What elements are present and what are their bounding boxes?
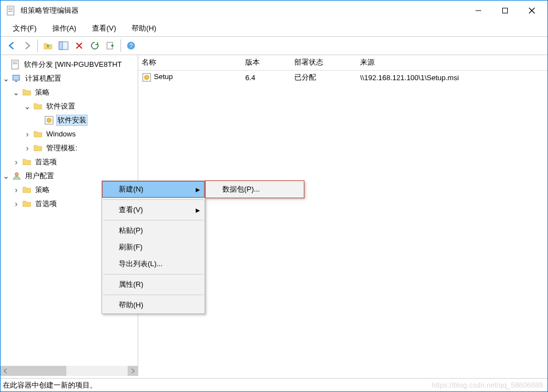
tree-admin-templates[interactable]: › 管理模板: — [1, 141, 138, 155]
menu-separator — [103, 199, 203, 200]
export-list-icon[interactable] — [103, 38, 118, 53]
list-row[interactable]: Setup 6.4 已分配 \\192.168.121.100\1\Setup.… — [138, 71, 547, 84]
menu-item-help[interactable]: 帮助(H) — [102, 297, 205, 313]
submenu-arrow-icon: ▶ — [196, 187, 200, 193]
menu-item-label: 数据包(P)... — [222, 184, 260, 194]
menu-separator — [103, 220, 203, 220]
title-bar: 组策略管理编辑器 — [1, 1, 547, 21]
cell-state: 已分配 — [291, 72, 357, 82]
help-icon[interactable]: ? — [124, 38, 138, 53]
collapse-icon[interactable]: ⌄ — [23, 102, 32, 110]
column-source[interactable]: 来源 — [357, 55, 547, 70]
menu-item-label: 帮助(H) — [119, 300, 143, 310]
cell-version: 6.4 — [242, 74, 291, 82]
scrollbar-track[interactable] — [66, 366, 128, 376]
tree-label: 首选项 — [35, 199, 57, 208]
context-menu: 新建(N) ▶ 查看(V) ▶ 粘贴(P) 刷新(F) 导出列表(L)... 属… — [101, 180, 205, 314]
main-content: 软件分发 [WIN-PGUBVE8THT ⌄ 计算机配置 ⌄ 策略 ⌄ 软件设置… — [1, 55, 547, 376]
menu-item-properties[interactable]: 属性(R) — [102, 276, 205, 293]
folder-icon — [22, 199, 32, 209]
menu-help[interactable]: 帮助(H) — [124, 21, 164, 36]
submenu-arrow-icon: ▶ — [196, 207, 200, 213]
tree-label: 软件分发 [WIN-PGUBVE8THT — [24, 60, 122, 68]
back-button[interactable] — [4, 38, 19, 53]
tree-computer-config[interactable]: ⌄ 计算机配置 — [1, 71, 138, 85]
maximize-button[interactable] — [492, 2, 518, 19]
tree-label: 用户配置 — [25, 171, 54, 180]
menu-item-label: 查看(V) — [119, 205, 143, 215]
expand-icon[interactable]: › — [12, 186, 21, 194]
refresh-icon[interactable] — [88, 38, 102, 53]
svg-rect-15 — [12, 60, 18, 69]
svg-rect-5 — [503, 8, 508, 13]
tree-preferences[interactable]: › 首选项 — [1, 155, 138, 169]
menu-separator — [103, 274, 203, 275]
menu-separator — [103, 295, 203, 295]
tree-label: 软件设置 — [46, 102, 75, 110]
window-title: 组策略管理编辑器 — [21, 6, 465, 16]
menu-item-paste[interactable]: 粘贴(P) — [102, 222, 205, 239]
user-icon — [12, 171, 22, 181]
toolbar-separator — [120, 40, 121, 52]
window-controls — [465, 2, 545, 19]
context-submenu: 数据包(P)... — [205, 180, 304, 198]
menu-file[interactable]: 文件(F) — [5, 21, 45, 36]
installer-icon — [44, 115, 54, 125]
menu-item-refresh[interactable]: 刷新(F) — [102, 239, 205, 256]
collapse-icon[interactable]: ⌄ — [12, 89, 21, 96]
up-folder-icon[interactable] — [41, 38, 55, 53]
close-button[interactable] — [518, 2, 545, 19]
folder-icon — [22, 157, 32, 167]
menu-item-label: 属性(R) — [119, 280, 143, 290]
folder-icon — [33, 143, 43, 153]
app-icon — [6, 6, 16, 16]
scrollbar-thumb[interactable] — [11, 366, 66, 376]
svg-rect-16 — [13, 62, 17, 62]
expand-icon[interactable]: › — [12, 200, 21, 208]
show-hide-tree-icon[interactable] — [56, 38, 71, 53]
delete-icon[interactable] — [72, 38, 86, 53]
menu-item-package[interactable]: 数据包(P)... — [206, 181, 304, 198]
menu-item-export-list[interactable]: 导出列表(L)... — [102, 256, 205, 272]
tree-software-install[interactable]: 软件安装 — [1, 113, 138, 127]
tree-label: 策略 — [35, 185, 50, 194]
tree-policies[interactable]: ⌄ 策略 — [1, 85, 138, 99]
menu-item-view[interactable]: 查看(V) ▶ — [102, 202, 205, 218]
policy-icon — [11, 60, 21, 70]
horizontal-scrollbar[interactable] — [1, 366, 138, 376]
forward-button[interactable] — [20, 38, 35, 53]
tree-label: 首选项 — [35, 158, 57, 166]
collapse-icon[interactable]: ⌄ — [2, 172, 11, 180]
tree-label: Windows — [46, 130, 76, 138]
expand-icon[interactable]: › — [23, 130, 32, 138]
svg-point-22 — [15, 173, 18, 176]
watermark: https://blog.csdn.net/qq_58606689 — [432, 381, 544, 389]
tree-label: 策略 — [35, 88, 50, 96]
tree-windows-settings[interactable]: › Windows — [1, 127, 138, 141]
installer-icon — [142, 72, 152, 82]
column-name[interactable]: 名称 — [138, 55, 242, 70]
menu-view[interactable]: 查看(V) — [84, 21, 124, 36]
tree-root[interactable]: 软件分发 [WIN-PGUBVE8THT — [1, 57, 138, 71]
tree-software-settings[interactable]: ⌄ 软件设置 — [1, 99, 138, 113]
expand-icon[interactable]: › — [12, 158, 21, 166]
minimize-button[interactable] — [465, 2, 492, 19]
column-state[interactable]: 部署状态 — [291, 55, 357, 70]
column-version[interactable]: 版本 — [242, 55, 291, 70]
menu-item-new[interactable]: 新建(N) ▶ — [102, 181, 205, 198]
menu-action[interactable]: 操作(A) — [45, 21, 84, 36]
folder-icon — [22, 185, 32, 195]
toolbar: ? — [1, 37, 547, 55]
svg-point-21 — [47, 118, 51, 122]
menu-item-label: 粘贴(P) — [119, 226, 143, 236]
svg-point-24 — [144, 75, 149, 80]
svg-rect-17 — [13, 63, 17, 64]
scroll-right-icon[interactable] — [128, 366, 138, 376]
expand-icon[interactable]: › — [23, 144, 32, 152]
computer-icon — [12, 74, 22, 84]
tree-label: 软件安装 — [57, 116, 86, 124]
collapse-icon[interactable]: ⌄ — [2, 75, 11, 82]
tree-label: 计算机配置 — [25, 74, 61, 82]
scroll-left-icon[interactable] — [1, 366, 11, 376]
cell-name: Setup — [154, 72, 173, 81]
